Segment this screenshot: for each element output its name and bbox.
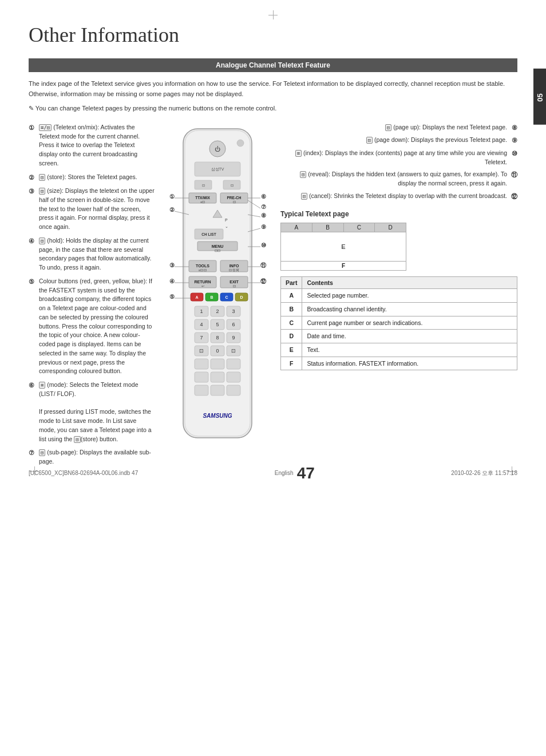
svg-rect-78: [227, 385, 240, 395]
svg-text:TTX/MIX: TTX/MIX: [195, 196, 210, 200]
item-number: ⑤: [29, 277, 37, 376]
intro-text: The index page of the Teletext service g…: [29, 79, 517, 99]
callout-2: ②: [169, 207, 175, 213]
item-number: ⑫: [509, 192, 517, 201]
item-text: ≡ (mode): Selects the Teletext mode (LIS…: [39, 381, 155, 444]
list-item: ⑥ ≡ (mode): Selects the Teletext mode (L…: [29, 381, 155, 444]
teletext-col-c: C: [344, 223, 375, 232]
item-number: ⑥: [29, 381, 37, 444]
svg-text:⊡⊡: ⊡⊡: [215, 249, 220, 252]
list-item: ⑩ ≡ (index): Displays the index (content…: [280, 149, 517, 167]
svg-text:MENU: MENU: [212, 244, 224, 248]
svg-rect-70: [195, 359, 208, 369]
svg-rect-76: [195, 385, 208, 395]
teletext-col-a: A: [281, 223, 312, 232]
page-footer: [UC6500_XC]BN68-02694A-00L06.indb 47 Eng…: [0, 464, 546, 482]
item-text: ⊡ (size): Displays the teletext on the u…: [39, 187, 155, 232]
teletext-col-d: D: [375, 223, 406, 232]
table-cell-contents: Status information. FASTEXT information.: [302, 357, 517, 370]
svg-text:↩: ↩: [201, 284, 204, 288]
table-cell-contents: Broadcasting channel identity.: [302, 302, 517, 316]
svg-text:⊡: ⊡: [199, 348, 204, 354]
svg-text:EXIT: EXIT: [230, 280, 239, 284]
svg-rect-73: [195, 372, 208, 382]
table-cell-part: C: [281, 316, 302, 330]
teletext-footer: F: [281, 261, 406, 270]
item-text: ⊡ (page up): Displays the next Teletext …: [280, 123, 507, 133]
right-items: ⑧ ⊡ (page up): Displays the next Teletex…: [280, 123, 517, 201]
svg-text:⊡: ⊡: [231, 348, 236, 354]
svg-text:삼성TV: 삼성TV: [211, 167, 224, 172]
svg-text:⊡ 任何: ⊡ 任何: [229, 268, 240, 272]
item-number: ②: [29, 173, 37, 183]
svg-rect-72: [227, 359, 240, 369]
table-cell-part: B: [281, 302, 302, 316]
svg-text:3: 3: [232, 308, 235, 314]
item-text: ≡/⊡ (Teletext on/mix): Activates the Tel…: [39, 123, 155, 168]
footer-page-number: 47: [297, 464, 315, 482]
table-row: A Selected page number.: [281, 289, 517, 303]
callout-9: ⑨: [261, 224, 266, 230]
table-cell-part: D: [281, 330, 302, 343]
svg-text:⏻: ⏻: [215, 146, 220, 152]
main-content: ① ≡/⊡ (Teletext on/mix): Activates the T…: [29, 123, 517, 471]
item-text: ⊡ (cancel): Shrinks the Teletext display…: [280, 192, 507, 201]
svg-text:B: B: [210, 295, 213, 299]
svg-text:PRE-CH: PRE-CH: [227, 196, 242, 200]
side-tab: 05 Other Information: [533, 69, 546, 125]
footer-right: English 47: [275, 464, 315, 482]
svg-text:C: C: [225, 295, 228, 299]
table-header-contents: Contents: [302, 277, 517, 289]
svg-text:CH LIST: CH LIST: [201, 232, 216, 236]
callout-7: ⑦: [261, 204, 266, 210]
svg-text:⌄: ⌄: [225, 224, 228, 228]
svg-rect-77: [211, 385, 224, 395]
svg-text:P: P: [225, 218, 228, 222]
item-number: ⑩: [509, 149, 517, 167]
table-row: E Text.: [281, 343, 517, 357]
svg-text:2: 2: [216, 308, 219, 314]
item-text: ≡ (index): Displays the index (contents)…: [280, 149, 507, 167]
svg-text:⊡: ⊡: [233, 200, 236, 204]
list-item: ② ⊡ (store): Stores the Teletext pages.: [29, 173, 155, 183]
table-row: C Current page number or search indicati…: [281, 316, 517, 330]
callout-5: ⑤: [169, 294, 175, 300]
callout-1: ①: [169, 193, 175, 200]
svg-text:≡⊡: ≡⊡: [200, 200, 205, 204]
item-text: ⊡ (store): Stores the Teletext pages.: [39, 173, 155, 183]
table-cell-part: E: [281, 343, 302, 357]
callout-3: ③: [169, 262, 175, 268]
callout-11: ⑪: [260, 262, 267, 268]
section-header: Analogue Channel Teletext Feature: [29, 58, 517, 72]
item-text: Colour buttons (red, green, yellow, blue…: [39, 277, 155, 376]
svg-rect-71: [211, 359, 224, 369]
teletext-top-row: A B C D: [281, 223, 406, 232]
table-cell-contents: Current page number or search indication…: [302, 316, 517, 330]
page-title: Other Information: [29, 23, 517, 47]
footer-language: English: [275, 470, 294, 476]
teletext-diagram: A B C D E F: [280, 223, 406, 271]
svg-text:4: 4: [200, 322, 203, 327]
info-table: Part Contents A Selected page number. B …: [280, 276, 517, 370]
svg-text:A: A: [195, 295, 198, 299]
teletext-title: Typical Teletext page: [280, 210, 517, 218]
svg-rect-74: [211, 372, 224, 382]
item-number: ④: [29, 236, 37, 272]
table-cell-contents: Selected page number.: [302, 289, 517, 303]
list-item: ⑨ ⊡ (page down): Displays the previous T…: [280, 136, 517, 145]
list-item: ③ ⊡ (size): Displays the teletext on the…: [29, 187, 155, 232]
svg-text:9: 9: [232, 335, 235, 341]
svg-text:D: D: [240, 295, 243, 299]
item-text: ⊡ (hold): Holds the display at the curre…: [39, 236, 155, 272]
remote-control-column: ⏻ 삼성TV ⊡ ⊡ TTX/MIX ≡⊡ PRE-CH ⊡: [160, 123, 275, 471]
table-cell-contents: Date and time.: [302, 330, 517, 343]
page-container: 05 Other Information Other Information A…: [0, 0, 546, 494]
table-row: B Broadcasting channel identity.: [281, 302, 517, 316]
table-row: F Status information. FASTEXT informatio…: [281, 357, 517, 370]
list-item: ⑪ ⊡ (reveal): Displays the hidden text (…: [280, 170, 517, 188]
item-text: ⊡ (page down): Displays the previous Tel…: [280, 136, 507, 145]
footer-date: 2010-02-26 오후 11:57:18: [451, 469, 517, 477]
svg-rect-75: [227, 372, 240, 382]
list-item: ① ≡/⊡ (Teletext on/mix): Activates the T…: [29, 123, 155, 168]
callout-4: ④: [169, 278, 175, 284]
